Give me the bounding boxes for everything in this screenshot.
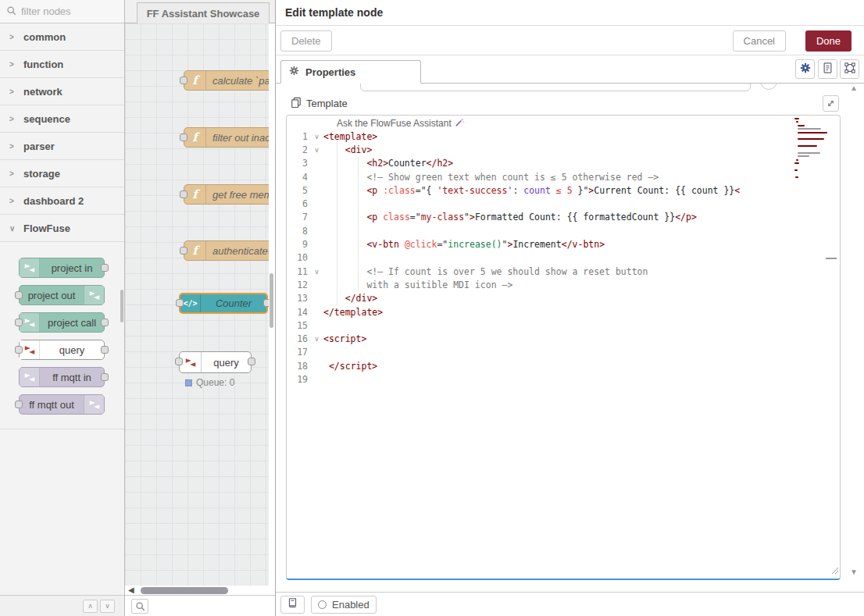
code-line[interactable]: 7 <p class="my-class">Formatted Count: {…	[287, 211, 840, 224]
vertical-scroll-thumb[interactable]	[270, 273, 273, 328]
tab-properties[interactable]: Properties	[280, 60, 421, 84]
palette-node-ff-mqtt-out[interactable]: ff mqtt out	[19, 394, 105, 415]
expand-diagonal-icon	[827, 97, 835, 111]
chevron-right-icon: >	[9, 197, 16, 205]
node-settings-button[interactable]	[795, 59, 815, 79]
node-description-button[interactable]	[818, 59, 837, 79]
code-line[interactable]: 16∨<script>	[287, 332, 840, 345]
palette-search[interactable]	[0, 0, 124, 23]
editor-resize-grip[interactable]	[830, 563, 838, 577]
code-line[interactable]: 13 </div>	[287, 292, 840, 305]
code-line[interactable]: 18 </script>	[287, 359, 840, 372]
form-scroll-down-arrow[interactable]: ▼	[850, 568, 858, 576]
fold-chevron-icon[interactable]: ∨	[310, 268, 323, 276]
enabled-toggle-button[interactable]: Enabled	[311, 596, 377, 614]
input-port[interactable]	[180, 190, 187, 198]
code-line[interactable]: 11∨ <!— If count is over 5 we should sho…	[287, 265, 840, 278]
palette-scrollbar[interactable]	[120, 290, 123, 322]
palette-node-label: project call	[40, 313, 104, 332]
workspace-zoom-button[interactable]	[131, 599, 148, 614]
workspace-tab-bar: FF Assistant Showcase	[125, 0, 275, 23]
code-line[interactable]: 2∨ <div>	[287, 143, 840, 156]
palette-category-label: parser	[23, 141, 55, 152]
chevron-right-icon: >	[9, 142, 16, 151]
document-icon	[823, 62, 833, 77]
minimap-line	[795, 176, 799, 178]
assistant-hint[interactable]: Ask the FlowFuse Assistant	[337, 117, 465, 130]
code-line[interactable]: 6	[287, 197, 840, 210]
chevron-right-icon: >	[9, 60, 16, 69]
palette-category-label: network	[23, 86, 62, 98]
code-line[interactable]: 9 <v-btn @click="increase()">Increment</…	[287, 237, 840, 251]
form-scroll-up-arrow[interactable]: ▲	[850, 84, 858, 92]
palette-category-function[interactable]: >function	[0, 51, 124, 78]
code-line[interactable]: 17	[287, 346, 840, 359]
palette-category-storage[interactable]: >storage	[0, 160, 124, 187]
palette-category-network[interactable]: >network	[0, 78, 124, 105]
palette-node-label: ff mqtt out	[20, 395, 84, 414]
delete-button[interactable]: Delete	[280, 30, 332, 52]
code-line[interactable]: 4 <!— Show green text when count is ≤ 5 …	[287, 170, 840, 183]
code-line[interactable]: 10	[287, 251, 840, 265]
palette-node-project-in[interactable]: project in	[19, 258, 105, 278]
palette-node-project-out[interactable]: project out	[19, 285, 105, 305]
chevron-down-icon: ∨	[9, 224, 16, 233]
fold-chevron-icon[interactable]: ∨	[310, 335, 323, 343]
editor-lines[interactable]: 1∨<template>2∨ <div>3 <h2>Counter</h2>4 …	[287, 130, 840, 386]
input-port[interactable]	[180, 134, 187, 141]
horizontal-scroll-thumb[interactable]	[141, 587, 228, 594]
input-port[interactable]	[180, 247, 187, 255]
palette-category-common[interactable]: >common	[0, 23, 124, 51]
input-port[interactable]	[180, 77, 187, 84]
template-code-editor[interactable]: Ask the FlowFuse Assistant 1∨<template>2…	[286, 115, 841, 580]
code-line[interactable]: 14</template>	[287, 305, 840, 319]
flow-node-query[interactable]: query	[179, 351, 252, 373]
code-line[interactable]: 3 <h2>Counter</h2>	[287, 157, 840, 170]
code-text: </template>	[323, 307, 383, 318]
minimap-line	[794, 162, 799, 164]
workspace-vertical-scrollbar[interactable]	[269, 23, 275, 586]
input-port[interactable]	[175, 358, 183, 365]
function-icon: f	[184, 241, 206, 260]
palette-node-query[interactable]: query	[19, 340, 105, 360]
palette-category-sequence[interactable]: >sequence	[0, 105, 124, 133]
palette-category-dashboard-2[interactable]: >dashboard 2	[0, 187, 124, 215]
help-book-button[interactable]	[280, 596, 305, 614]
input-port[interactable]	[176, 299, 184, 307]
line-number: 6	[287, 198, 310, 209]
code-line[interactable]: 8	[287, 224, 840, 237]
fold-chevron-icon[interactable]: ∨	[310, 133, 323, 141]
flow-canvas[interactable]: f calculate `pay f filter out inacti f g…	[125, 23, 269, 586]
palette-filter-input[interactable]	[21, 5, 107, 17]
palette-node-project-call[interactable]: project call	[19, 312, 105, 333]
code-line[interactable]: 19	[287, 372, 840, 386]
palette-collapse-all-button[interactable]: ∧	[83, 600, 98, 613]
code-line[interactable]: 12 with a suitible MDI icon —>	[287, 278, 840, 291]
editor-expand-button[interactable]	[823, 95, 839, 112]
done-button[interactable]: Done	[805, 30, 852, 52]
workspace-tab[interactable]: FF Assistant Showcase	[137, 2, 270, 23]
scroll-left-arrow-icon[interactable]: ◀	[128, 586, 134, 594]
code-line[interactable]: 15	[287, 319, 840, 332]
flowfuse-arrows-icon	[20, 368, 40, 386]
palette-node-ff-mqtt-in[interactable]: ff mqtt in	[19, 367, 105, 387]
editor-minimap[interactable]	[794, 118, 830, 183]
flow-node-template-counter[interactable]: </> Counter	[179, 293, 268, 314]
magic-wand-icon	[455, 117, 465, 130]
output-port[interactable]	[248, 358, 255, 365]
code-line[interactable]: 1∨<template>	[287, 130, 840, 143]
palette-category-parser[interactable]: >parser	[0, 133, 124, 160]
palette-category-label: dashboard 2	[23, 195, 84, 207]
book-icon	[287, 598, 298, 611]
enabled-label: Enabled	[332, 599, 370, 611]
group-appearance-button[interactable]	[840, 59, 859, 79]
workspace-footer	[125, 595, 275, 616]
code-line[interactable]: 5 <p :class="{ 'text-success': count ≤ 5…	[287, 183, 840, 197]
copy-pages-icon	[291, 97, 302, 110]
dialog-tab-bar: Properties	[276, 55, 864, 84]
palette-expand-all-button[interactable]: ∨	[100, 600, 115, 613]
line-number: 11	[287, 266, 310, 277]
palette-category-FlowFuse[interactable]: ∨FlowFuse	[0, 215, 124, 242]
fold-chevron-icon[interactable]: ∨	[310, 146, 323, 154]
cancel-button[interactable]: Cancel	[733, 30, 786, 52]
